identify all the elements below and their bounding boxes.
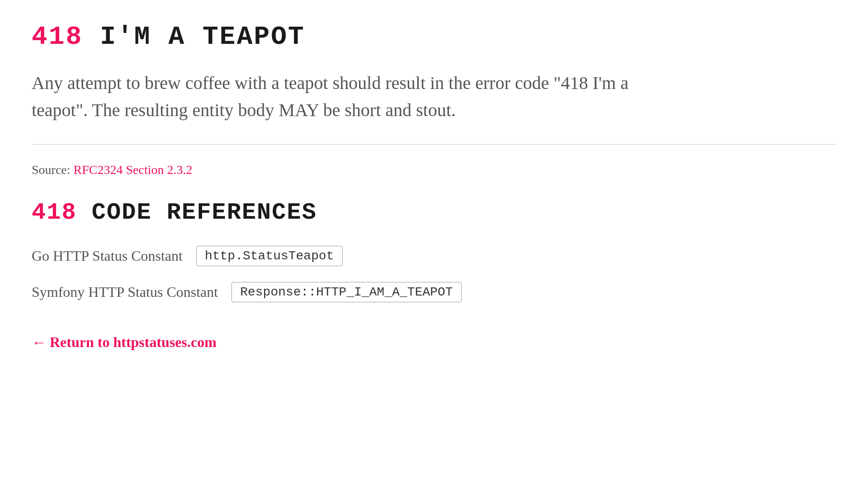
go-reference-badge: http.StatusTeapot (196, 246, 343, 266)
symfony-reference-label: Symfony HTTP Status Constant (32, 284, 218, 300)
section-divider (32, 144, 836, 145)
symfony-reference-badge: Response::HTTP_I_AM_A_TEAPOT (231, 282, 461, 302)
source-link[interactable]: RFC2324 Section 2.3.2 (74, 163, 193, 177)
go-reference-row: Go HTTP Status Constant http.StatusTeapo… (32, 246, 836, 266)
page-title: 418 I'M A TEAPOT (32, 23, 836, 52)
source-line: Source: RFC2324 Section 2.3.2 (32, 163, 836, 177)
go-reference-label: Go HTTP Status Constant (32, 248, 183, 264)
source-label: Source: (32, 163, 74, 177)
status-text: I'M A TEAPOT (100, 22, 305, 52)
symfony-reference-row: Symfony HTTP Status Constant Response::H… (32, 282, 836, 302)
references-code-num: 418 (32, 199, 77, 226)
description-text: Any attempt to brew coffee with a teapot… (32, 70, 665, 124)
references-section-title: 418 CODE REFERENCES (32, 200, 836, 225)
references-code-label: CODE REFERENCES (92, 199, 317, 226)
status-code: 418 (32, 22, 83, 52)
return-link[interactable]: ← Return to httpstatuses.com (32, 334, 217, 351)
